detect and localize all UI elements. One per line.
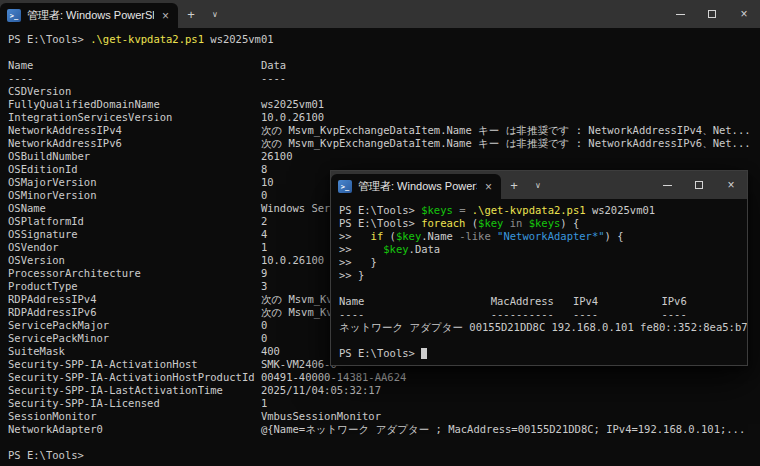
terminal-text: NetworkAdapter0 — [8, 423, 261, 435]
terminal-text: VmbusSessionMonitor — [261, 410, 381, 422]
terminal-text: RDPAddressIPv4 — [8, 293, 261, 305]
terminal-text: >> } — [339, 269, 364, 281]
terminal-line: PS E:\Tools> .\get-kvpdata2.ps1 ws2025vm… — [8, 33, 760, 46]
terminal-text: OSVendor — [8, 241, 261, 253]
terminal-text: 2 — [261, 215, 267, 227]
terminal-text: ---- — [661, 308, 686, 320]
terminal-text: @{Name=ネットワーク アダプター ; MacAddress=00155D2… — [261, 423, 745, 435]
terminal-text: ---- — [339, 308, 491, 320]
terminal-text: ( — [383, 230, 396, 242]
minimize-button[interactable] — [664, 0, 696, 28]
overlay-terminal-window: >_ 管理者: Windows PowerShell × + ∨ × PS E:… — [330, 170, 748, 366]
terminal-text: OSSignature — [8, 228, 261, 240]
terminal-text: Security-SPP-IA-Licensed — [8, 397, 261, 409]
terminal-text: PS E:\Tools> — [339, 217, 421, 229]
terminal-line — [8, 46, 760, 59]
terminal-text: OSPlatformId — [8, 215, 261, 227]
terminal-line: Security-SPP-IA-LastActivationTime 2025/… — [8, 384, 760, 397]
terminal-text: .Name — [421, 230, 459, 242]
terminal-line: SessionMonitor VmbusSessionMonitor — [8, 410, 760, 423]
terminal-text: Data — [261, 59, 286, 71]
terminal-text: Security-SPP-IA-ActivationHostProductId — [8, 371, 261, 383]
terminal-text: Security-SPP-IA-ActivationHost — [8, 358, 261, 370]
terminal-text: OSBuildNumber — [8, 150, 261, 162]
terminal-text: 400 — [261, 345, 280, 357]
terminal-text: IntegrationServicesVersion — [8, 111, 261, 123]
terminal-text: 次の Msvm_Kv — [261, 306, 333, 318]
terminal-text: 次の Msvm_KvpExchangeDataItem.Name キー は非推奨… — [261, 137, 751, 149]
terminal-line: IntegrationServicesVersion 10.0.26100 — [8, 111, 760, 124]
overlay-terminal-output[interactable]: PS E:\Tools> $keys = .\get-kvpdata2.ps1 … — [331, 199, 747, 365]
terminal-text: RDPAddressIPv6 — [8, 306, 261, 318]
terminal-text: 2025/11/04:05:32:17 — [261, 384, 381, 396]
overlay-close-button[interactable]: × — [715, 171, 747, 199]
minimize-icon — [663, 185, 672, 186]
terminal-line: Security-SPP-IA-ActivationHostProductId … — [8, 371, 760, 384]
terminal-text: ws2025vm01 — [261, 98, 324, 110]
terminal-line: NetworkAddressIPv6 次の Msvm_KvpExchangeDa… — [8, 137, 760, 150]
terminal-text: 次の Msvm_KvpExchangeDataItem.Name キー は非推奨… — [261, 124, 751, 136]
terminal-line: NetworkAddressIPv4 次の Msvm_KvpExchangeDa… — [8, 124, 760, 137]
new-tab-button[interactable]: + — [178, 0, 204, 28]
terminal-text: ProductType — [8, 280, 261, 292]
maximize-button[interactable] — [696, 0, 728, 28]
terminal-text: $keys — [421, 204, 453, 216]
terminal-text: 00491-40000-14381-AA624 — [261, 371, 406, 383]
terminal-text: IPv6 — [661, 295, 686, 307]
overlay-tab-admin-powershell[interactable]: >_ 管理者: Windows PowerShell × — [331, 174, 501, 199]
terminal-text: MacAddress — [491, 295, 573, 307]
terminal-text: -like — [459, 230, 491, 242]
terminal-line — [339, 334, 747, 347]
terminal-text: ネットワーク アダプター — [339, 321, 469, 333]
tab-close-icon[interactable]: × — [160, 10, 171, 22]
terminal-line: PS E:\Tools> $keys = .\get-kvpdata2.ps1 … — [339, 204, 747, 217]
terminal-line: PS E:\Tools> — [339, 347, 747, 360]
terminal-text: $key — [478, 217, 503, 229]
tab-admin-powershell[interactable]: >_ 管理者: Windows PowerShell × — [0, 3, 178, 28]
terminal-text: OSEditionId — [8, 163, 261, 175]
terminal-text: Security-SPP-IA-LastActivationTime — [8, 384, 261, 396]
terminal-text: Name — [8, 59, 261, 71]
text-cursor — [421, 348, 427, 359]
terminal-text: SessionMonitor — [8, 410, 261, 422]
titlebar-drag-area[interactable] — [226, 0, 664, 28]
terminal-text: PS E:\Tools> — [339, 204, 421, 216]
terminal-text: fe80::352:8ea5:b707... — [640, 321, 747, 333]
tab-dropdown-button[interactable]: ∨ — [204, 0, 226, 28]
overlay-titlebar-drag-area[interactable] — [549, 171, 651, 199]
main-titlebar[interactable]: >_ 管理者: Windows PowerShell × + ∨ × — [0, 0, 760, 28]
overlay-new-tab-button[interactable]: + — [501, 171, 527, 199]
terminal-text: 4 — [261, 228, 267, 240]
terminal-text: ---- — [8, 72, 261, 84]
terminal-text: 10 — [261, 176, 274, 188]
terminal-text: 次の Msvm_Kv — [261, 293, 333, 305]
overlay-maximize-button[interactable] — [683, 171, 715, 199]
terminal-text: NetworkAddressIPv6 — [8, 137, 261, 149]
terminal-text: ProcessorArchitecture — [8, 267, 261, 279]
terminal-text: OSMinorVersion — [8, 189, 261, 201]
terminal-text: ---------- — [491, 308, 573, 320]
terminal-text: ws2025vm01 — [586, 204, 656, 216]
terminal-text: 00155D21DD8C — [469, 321, 551, 333]
overlay-tab-dropdown-button[interactable]: ∨ — [527, 171, 549, 199]
terminal-text: $key — [383, 243, 408, 255]
terminal-text: ( — [465, 217, 478, 229]
terminal-line: PS E:\Tools> — [8, 449, 760, 462]
terminal-text: PS E:\Tools> — [339, 347, 421, 359]
terminal-text: .\get-kvpdata2.ps1 — [90, 33, 204, 45]
terminal-text: SMK-VM2406-0 — [261, 358, 337, 370]
terminal-text: 9 — [261, 267, 267, 279]
overlay-minimize-button[interactable] — [651, 171, 683, 199]
overlay-tab-close-icon[interactable]: × — [483, 181, 494, 193]
terminal-text: 0 — [261, 319, 267, 331]
terminal-text: CSDVersion — [8, 85, 71, 97]
terminal-line: Name MacAddress IPv4 IPv6 — [339, 295, 747, 308]
terminal-text: OSMajorVersion — [8, 176, 261, 188]
terminal-text: 192.168.0.101 — [552, 321, 641, 333]
terminal-line — [339, 282, 747, 295]
overlay-titlebar[interactable]: >_ 管理者: Windows PowerShell × + ∨ × — [331, 171, 747, 199]
terminal-text: NetworkAddressIPv4 — [8, 124, 261, 136]
terminal-line — [8, 436, 760, 449]
terminal-line: NetworkAdapter0 @{Name=ネットワーク アダプター ; Ma… — [8, 423, 760, 436]
close-button[interactable]: × — [728, 0, 760, 28]
